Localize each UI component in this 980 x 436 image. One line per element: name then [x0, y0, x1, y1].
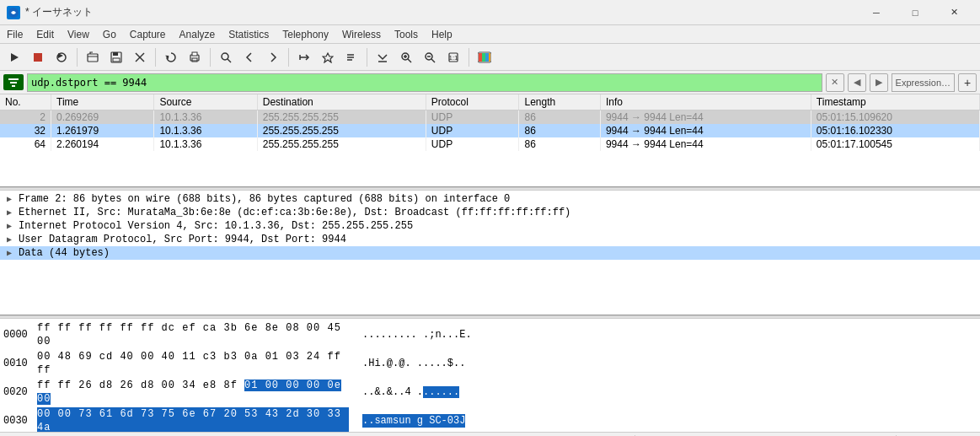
col-header-source[interactable]: Source [154, 94, 257, 110]
back-button[interactable] [238, 46, 260, 68]
detail-item-frame[interactable]: ▶Frame 2: 86 bytes on wire (688 bits), 8… [0, 192, 980, 206]
app-icon [7, 6, 20, 19]
open-button[interactable] [82, 46, 104, 68]
colorize-button[interactable] [474, 46, 495, 68]
filter-clear-button[interactable]: ✕ [826, 73, 844, 92]
svg-text:1:1: 1:1 [448, 54, 458, 62]
svg-rect-7 [113, 52, 118, 56]
autoscroll-button[interactable] [372, 46, 394, 68]
svg-marker-11 [165, 53, 170, 59]
svg-rect-40 [12, 85, 15, 87]
reload-button[interactable] [160, 46, 182, 68]
table-row[interactable]: 642.26019410.1.3.36255.255.255.255UDP869… [0, 137, 980, 151]
menubar: FileEditViewGoCaptureAnalyzeStatisticsTe… [0, 25, 980, 44]
filter-expression-button[interactable]: Expression… [892, 73, 955, 92]
detail-arrow-udp: ▶ [3, 234, 15, 245]
hex-ascii: .Hi.@.@. .....$.. [362, 357, 465, 370]
menu-item-file[interactable]: File [0, 25, 29, 44]
detail-item-data[interactable]: ▶Data (44 bytes) [0, 246, 980, 260]
separator-4 [288, 48, 289, 67]
col-header-time[interactable]: Time [51, 94, 154, 110]
filter-input[interactable] [27, 73, 822, 92]
stop-capture-button[interactable] [27, 46, 49, 68]
detail-item-udp[interactable]: ▶User Datagram Protocol, Src Port: 9944,… [0, 233, 980, 246]
menu-item-statistics[interactable]: Statistics [222, 25, 276, 44]
maximize-button[interactable]: □ [896, 0, 934, 25]
menu-item-go[interactable]: Go [96, 25, 123, 44]
packet-details: ▶Frame 2: 86 bytes on wire (688 bits), 8… [0, 191, 980, 315]
col-header-timestamp[interactable]: Timestamp [811, 94, 979, 110]
mark-button[interactable] [317, 46, 339, 68]
menu-item-analyze[interactable]: Analyze [173, 25, 222, 44]
forward-button[interactable] [262, 46, 284, 68]
hex-offset: 0020 [3, 385, 37, 399]
hex-offset: 0010 [3, 357, 37, 370]
col-header-length[interactable]: Length [519, 94, 600, 110]
hex-row: 001000 48 69 cd 40 00 40 11 c3 b3 0a 01 … [0, 349, 980, 378]
find-button[interactable] [215, 46, 237, 68]
close-button[interactable]: ✕ [934, 0, 973, 25]
svg-line-29 [431, 59, 435, 62]
hex-ascii: ..samsun g SC-03J [362, 414, 465, 428]
minimize-button[interactable]: ─ [857, 0, 896, 25]
menu-item-capture[interactable]: Capture [123, 25, 173, 44]
toolbar: 1:1 [0, 44, 980, 71]
detail-arrow-data: ▶ [3, 247, 15, 259]
menu-item-view[interactable]: View [61, 25, 96, 44]
menu-item-wireless[interactable]: Wireless [335, 25, 388, 44]
normal-size-button[interactable]: 1:1 [442, 46, 464, 68]
print-button[interactable] [184, 46, 206, 68]
detail-item-ethernet[interactable]: ▶Ethernet II, Src: MurataMa_3b:6e:8e (dc… [0, 206, 980, 219]
zoom-in-button[interactable] [395, 46, 417, 68]
menu-item-help[interactable]: Help [425, 25, 459, 44]
filter-add-button[interactable]: + [958, 73, 977, 92]
menu-item-tools[interactable]: Tools [388, 25, 425, 44]
svg-rect-35 [482, 53, 485, 62]
svg-rect-5 [88, 54, 98, 62]
separator-2 [155, 48, 156, 67]
svg-rect-38 [8, 78, 19, 80]
col-header-destination[interactable]: Destination [257, 94, 426, 110]
window-controls: ─ □ ✕ [857, 0, 973, 25]
save-button[interactable] [105, 46, 127, 68]
start-capture-button[interactable] [3, 46, 25, 68]
col-header-protocol[interactable]: Protocol [426, 94, 519, 110]
detail-text-frame: Frame 2: 86 bytes on wire (688 bits), 86… [19, 193, 510, 205]
close-capture-button[interactable] [129, 46, 151, 68]
zoom-out-button[interactable] [419, 46, 441, 68]
svg-rect-39 [10, 82, 17, 83]
titlebar: * イーサネット ─ □ ✕ [0, 0, 980, 25]
statusbar: ▷ Data (data), 44 bytes Packets: 65 · Di… [0, 432, 980, 436]
titlebar-left: * イーサネット [7, 5, 93, 19]
filter-forward-button[interactable]: ▶ [870, 73, 888, 92]
col-header-info[interactable]: Info [600, 94, 811, 110]
hex-row: 0020ff ff 26 d8 26 d8 00 34 e8 8f 01 00 … [0, 378, 980, 406]
jump-to-button[interactable] [293, 46, 315, 68]
col-header-no-[interactable]: No. [0, 94, 51, 110]
svg-line-25 [408, 59, 411, 62]
filter-back-button[interactable]: ◀ [848, 73, 866, 92]
window-title: * イーサネット [25, 5, 93, 19]
svg-point-15 [222, 53, 228, 60]
menu-item-telephony[interactable]: Telephony [276, 25, 335, 44]
svg-marker-4 [58, 53, 63, 58]
packet-list: No.TimeSourceDestinationProtocolLengthIn… [0, 94, 980, 187]
ignore-button[interactable] [340, 46, 362, 68]
table-row[interactable]: 321.26197910.1.3.36255.255.255.255UDP869… [0, 124, 980, 137]
svg-rect-2 [34, 53, 42, 62]
svg-rect-8 [113, 58, 120, 62]
menu-item-edit[interactable]: Edit [29, 25, 61, 44]
restart-capture-button[interactable] [51, 46, 72, 68]
hex-bytes: ff ff 26 d8 26 d8 00 34 e8 8f 01 00 00 0… [37, 379, 349, 406]
detail-arrow-frame: ▶ [3, 193, 15, 205]
table-row[interactable]: 20.26926910.1.3.36255.255.255.255UDP8699… [0, 110, 980, 125]
hex-bytes: 00 00 73 61 6d 73 75 6e 67 20 53 43 2d 3… [37, 407, 349, 432]
hex-dump: 0000ff ff ff ff ff ff dc ef ca 3b 6e 8e … [0, 319, 980, 432]
hex-offset: 0030 [3, 414, 37, 428]
hex-row: 0000ff ff ff ff ff ff dc ef ca 3b 6e 8e … [0, 320, 980, 349]
detail-item-ip[interactable]: ▶Internet Protocol Version 4, Src: 10.1.… [0, 219, 980, 233]
svg-rect-37 [489, 53, 490, 62]
detail-text-udp: User Datagram Protocol, Src Port: 9944, … [19, 234, 346, 245]
separator-3 [210, 48, 211, 67]
hex-ascii: ..&.&..4 ....... [362, 385, 459, 399]
